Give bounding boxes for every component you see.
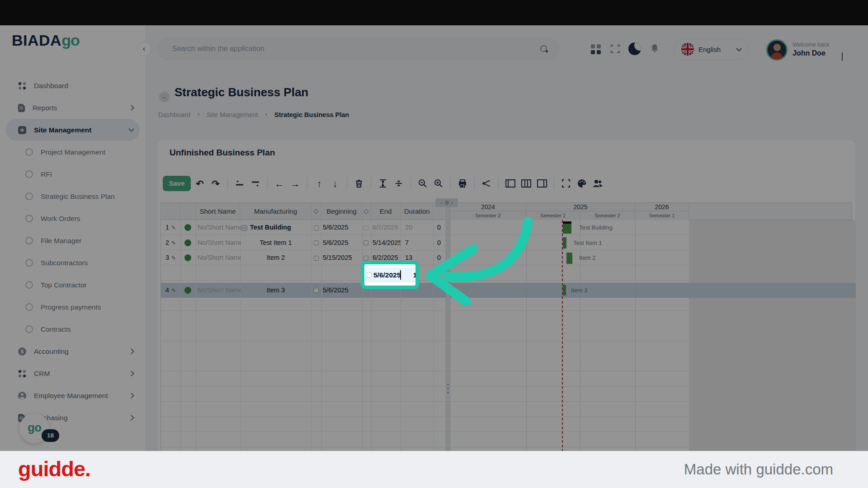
screen: BIADAgo Dashboard Reports Site Managemen…: [0, 0, 868, 488]
tutorial-dim-overlay: [0, 0, 868, 451]
milestone-checkbox[interactable]: [367, 272, 372, 277]
editing-cell[interactable]: 5/6/2025 1: [365, 267, 415, 282]
end-date-input-value[interactable]: 5/6/2025: [373, 267, 401, 282]
duration-partial: 1: [413, 267, 415, 282]
text-cursor: [400, 270, 401, 280]
highlighted-end-date-cell[interactable]: 5/6/2025 1: [361, 261, 419, 289]
highlight-inner: 5/6/2025 1: [364, 264, 415, 286]
made-with-credit: Made with guidde.com: [684, 461, 833, 478]
guidde-footer: guidde. Made with guidde.com: [0, 451, 868, 488]
guidde-logo: guidde.: [18, 456, 90, 481]
